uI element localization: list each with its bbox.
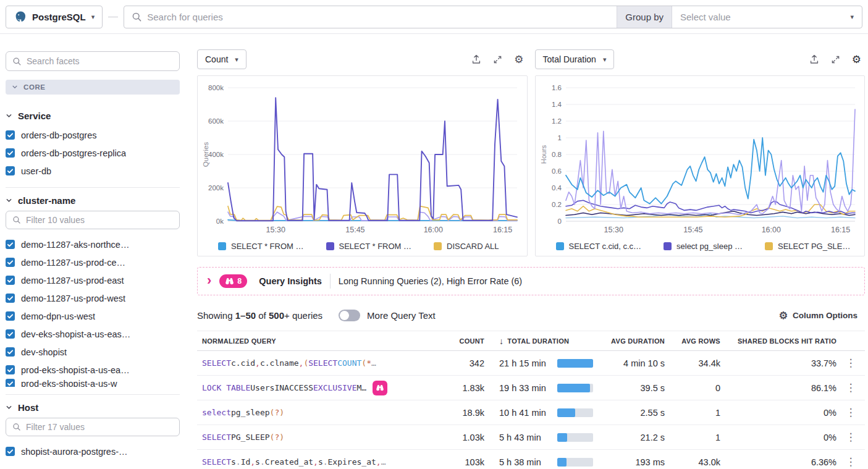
shared-blocks-hit-ratio-cell: 6.36% — [720, 457, 836, 467]
legend-swatch — [765, 242, 773, 250]
legend-item[interactable]: SELECT PG_SLE… — [765, 242, 851, 251]
row-menu-kebab-icon[interactable]: ⋮ — [836, 357, 865, 370]
facet-section-header[interactable]: Service — [6, 111, 180, 121]
search-icon — [124, 6, 147, 28]
facet-checkbox-item[interactable]: shopist-aurora-postgres-… — [6, 442, 180, 460]
group-by-dropdown[interactable]: Select value ▾ — [672, 6, 862, 28]
facet-checkbox-item[interactable]: user-db — [6, 162, 180, 180]
fullscreen-icon[interactable] — [831, 55, 840, 64]
checkbox-checked[interactable] — [6, 240, 15, 249]
svg-text:16:15: 16:15 — [493, 226, 512, 234]
more-query-text-toggle[interactable] — [339, 310, 360, 321]
query-insights-banner[interactable]: › 8 Query Insights Long Running Queries … — [197, 267, 865, 295]
table-row[interactable]: LOCK TABLE Users IN ACCESS EXCLUSIVE M…1… — [197, 376, 865, 400]
showing-suffix: + queries — [284, 310, 322, 321]
legend-item[interactable]: DISCARD ALL — [434, 242, 499, 251]
gear-icon[interactable]: ⚙ — [514, 54, 523, 65]
table-header-row: NORMALIZED QUERY COUNT ↓ TOTAL DURATION … — [197, 331, 865, 351]
check-icon — [7, 241, 14, 248]
chevron-right-icon[interactable]: › — [207, 275, 211, 286]
query-insight-badge[interactable] — [373, 381, 387, 395]
col-header-normalized-query[interactable]: NORMALIZED QUERY — [197, 337, 445, 345]
facet-checkbox-item[interactable]: demo-dpn-us-west — [6, 307, 180, 325]
query-search-bar: Group by Select value ▾ — [124, 6, 862, 28]
checkbox-checked[interactable] — [6, 294, 15, 303]
facet-filter-input[interactable] — [26, 215, 173, 225]
col-header-avg-rows[interactable]: AVG ROWS — [665, 337, 720, 345]
query-search-input[interactable] — [147, 6, 617, 28]
duration-bar — [557, 433, 593, 442]
showing-of: of — [256, 310, 269, 321]
svg-text:1: 1 — [557, 134, 561, 142]
sql-token: SELECT — [308, 358, 337, 368]
legend-label: SELECT * FROM … — [231, 242, 304, 251]
avg-duration-cell: 2.55 s — [594, 408, 665, 418]
col-header-avg-duration[interactable]: AVG DURATION — [594, 337, 665, 345]
checkbox-checked[interactable] — [6, 130, 15, 140]
checkbox-checked[interactable] — [6, 379, 15, 387]
count-cell: 1.03k — [445, 433, 484, 442]
metric-dropdown-total-duration[interactable]: Total Duration ▾ — [535, 49, 615, 69]
checkbox-checked[interactable] — [6, 276, 15, 285]
checkbox-checked[interactable] — [6, 447, 15, 456]
checkbox-checked[interactable] — [6, 365, 15, 374]
table-row[interactable]: SELECT PG_SLEEP ( ? )1.03k5 h 43 min21.2… — [197, 425, 865, 450]
facet-section: Hostshopist-aurora-postgres-… — [6, 394, 180, 460]
query-cell: LOCK TABLE Users IN ACCESS EXCLUSIVE M… — [197, 381, 445, 395]
facet-checkbox-item[interactable]: orders-db-postgres-replica — [6, 144, 180, 162]
facet-checkbox-item[interactable]: demo-11287-aks-northce… — [6, 235, 180, 253]
legend-item[interactable]: SELECT * FROM … — [326, 242, 412, 251]
facet-filter-input[interactable] — [26, 422, 173, 432]
legend-item[interactable]: select pg_sleep … — [664, 242, 743, 251]
row-menu-kebab-icon[interactable]: ⋮ — [836, 431, 865, 444]
sort-descending-icon[interactable]: ↓ — [499, 336, 504, 346]
metric-dropdown-count[interactable]: Count ▾ — [197, 49, 246, 69]
column-options-button[interactable]: ⚙ Column Options — [779, 310, 865, 321]
sql-token: . — [236, 457, 241, 467]
checkbox-checked[interactable] — [6, 347, 15, 357]
svg-text:1.4: 1.4 — [552, 101, 562, 108]
legend-item[interactable]: SELECT c.cid, c.c… — [556, 242, 642, 251]
facet-checkbox-item[interactable]: demo-11287-us-prod-ce… — [6, 253, 180, 271]
checkbox-checked[interactable] — [6, 329, 15, 339]
col-header-count[interactable]: COUNT — [445, 337, 484, 345]
facet-checkbox-item[interactable]: dev-eks-shopist-a-us-eas… — [6, 325, 180, 343]
facet-checkbox-item[interactable]: dev-shopist — [6, 343, 180, 361]
insights-title: Query Insights — [259, 276, 322, 286]
table-row[interactable]: SELECT c.cid, c.clname, ( SELECT COUNT (… — [197, 351, 865, 376]
facet-section-header[interactable]: Host — [6, 402, 180, 413]
row-menu-kebab-icon[interactable]: ⋮ — [836, 455, 865, 468]
facet-checkbox-item[interactable]: prod-eks-shopist-a-us-w — [6, 379, 180, 387]
binoculars-icon — [225, 277, 234, 285]
checkbox-checked[interactable] — [6, 311, 15, 321]
row-menu-kebab-icon[interactable]: ⋮ — [836, 381, 865, 394]
gear-icon[interactable]: ⚙ — [852, 54, 861, 65]
row-menu-kebab-icon[interactable]: ⋮ — [836, 406, 865, 419]
sql-token: , — [313, 457, 318, 467]
query-cell: SELECT c.cid, c.clname, ( SELECT COUNT (… — [197, 358, 445, 368]
legend-item[interactable]: SELECT * FROM … — [218, 242, 304, 251]
checkbox-checked[interactable] — [6, 166, 15, 175]
export-icon[interactable] — [809, 54, 819, 64]
chart-widget-total-duration: Total Duration ▾ ⚙ 00.20.40.60.811.21.41… — [535, 49, 866, 256]
sql-token: Id — [241, 457, 251, 467]
total-duration-value: 10 h 41 min — [499, 408, 557, 418]
table-row[interactable]: select pg_sleep ( ? )18.9k10 h 41 min2.5… — [197, 400, 865, 425]
facet-search-input[interactable] — [27, 56, 173, 66]
export-icon[interactable] — [471, 54, 481, 64]
core-group-header[interactable]: CORE — [6, 80, 180, 95]
col-header-total-duration[interactable]: ↓ TOTAL DURATION — [484, 336, 594, 346]
avg-rows-cell: 0 — [665, 383, 720, 393]
facet-checkbox-item[interactable]: demo-11287-us-prod-east — [6, 271, 180, 289]
checkbox-checked[interactable] — [6, 258, 15, 267]
facet-checkbox-item[interactable]: orders-db-postgres — [6, 126, 180, 144]
facet-section-header[interactable]: cluster-name — [6, 195, 180, 206]
table-row[interactable]: SELECT s. Id, s. Created_at, s. Expires_… — [197, 450, 865, 469]
fullscreen-icon[interactable] — [493, 55, 502, 64]
col-header-shared-blocks-hit-ratio[interactable]: SHARED BLOCKS HIT RATIO — [720, 337, 836, 345]
facet-checkbox-item[interactable]: prod-eks-shopist-a-us-ea… — [6, 361, 180, 379]
checkbox-checked[interactable] — [6, 148, 15, 158]
shared-blocks-hit-ratio-cell: 0% — [720, 408, 836, 418]
facet-checkbox-item[interactable]: demo-11287-us-prod-west — [6, 289, 180, 307]
datasource-dropdown[interactable]: PostgreSQL ▾ — [6, 6, 103, 28]
